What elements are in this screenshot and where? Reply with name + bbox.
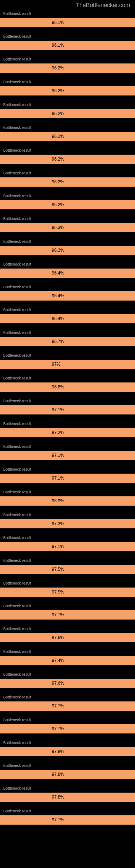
result-row: Bottleneck result97.1% [0, 535, 135, 551]
result-bar: 96.2% [0, 132, 135, 141]
result-bar: 97.8% [0, 793, 135, 802]
result-label: Bottleneck result [0, 171, 135, 177]
result-row: Bottleneck result97.4% [0, 649, 135, 665]
result-bar: 96.3% [0, 246, 135, 255]
result-value: 96.7% [0, 339, 64, 344]
brand-header: TheBottlenecker.com [0, 2, 135, 11]
result-value: 96.2% [0, 111, 64, 116]
result-label: Bottleneck result [0, 353, 135, 360]
result-value: 96.2% [0, 180, 64, 184]
result-row: Bottleneck result97.8% [0, 741, 135, 756]
result-label: Bottleneck result [0, 490, 135, 496]
result-bar: 97.2% [0, 428, 135, 437]
result-bar: 97.1% [0, 542, 135, 551]
result-value: 97.7% [0, 613, 64, 617]
result-bar: 96.2% [0, 63, 135, 73]
result-label: Bottleneck result [0, 627, 135, 633]
result-value: 97.1% [0, 453, 64, 458]
result-bar: 96.4% [0, 314, 135, 323]
result-label: Bottleneck result [0, 581, 135, 588]
result-value: 97.6% [0, 681, 64, 686]
result-label: Bottleneck result [0, 672, 135, 679]
result-label: Bottleneck result [0, 695, 135, 702]
result-row: Bottleneck result97% [0, 353, 135, 369]
result-bar: 97.8% [0, 747, 135, 756]
result-row: Bottleneck result96.8% [0, 376, 135, 392]
result-bar: 97.1% [0, 405, 135, 414]
result-value: 97.3% [0, 521, 64, 526]
result-value: 97.1% [0, 407, 64, 412]
result-value: 96.2% [0, 157, 64, 162]
result-value: 97.1% [0, 476, 64, 480]
result-label: Bottleneck result [0, 239, 135, 246]
result-value: 97.5% [0, 590, 64, 595]
result-label: Bottleneck result [0, 786, 135, 793]
result-value: 97.2% [0, 430, 64, 435]
result-row: Bottleneck result97.7% [0, 695, 135, 711]
result-row: Bottleneck result96.9% [0, 490, 135, 506]
result-row: Bottleneck result97.5% [0, 558, 135, 574]
result-bar: 97% [0, 360, 135, 369]
result-bar: 96.2% [0, 109, 135, 118]
result-row: Bottleneck result97.6% [0, 672, 135, 688]
result-row: Bottleneck result97.1% [0, 399, 135, 414]
result-label: Bottleneck result [0, 558, 135, 565]
result-row: Bottleneck result97.2% [0, 422, 135, 437]
result-label: Bottleneck result [0, 11, 135, 18]
result-row: Bottleneck result96.2% [0, 194, 135, 209]
result-row: Bottleneck result97.8% [0, 786, 135, 802]
result-label: Bottleneck result [0, 80, 135, 86]
result-row: Bottleneck result96.2% [0, 57, 135, 73]
result-bar: 96.4% [0, 269, 135, 278]
result-row: Bottleneck result97.8% [0, 763, 135, 779]
result-value: 96.2% [0, 134, 64, 139]
result-row: Bottleneck result97.7% [0, 718, 135, 734]
result-value: 96.4% [0, 293, 64, 299]
result-value: 97.7% [0, 726, 64, 731]
result-bar: 97.7% [0, 724, 135, 734]
result-value: 96.4% [0, 271, 64, 276]
result-label: Bottleneck result [0, 285, 135, 291]
result-bar: 97.5% [0, 588, 135, 597]
result-bar: 97.7% [0, 815, 135, 825]
result-bar: 97.8% [0, 770, 135, 779]
result-label: Bottleneck result [0, 604, 135, 610]
result-row: Bottleneck result96.1% [0, 11, 135, 27]
result-value: 96.8% [0, 384, 64, 390]
result-bar: 97.1% [0, 451, 135, 460]
result-value: 96.2% [0, 66, 64, 70]
result-value: 96.3% [0, 248, 64, 253]
result-bar: 97.6% [0, 679, 135, 688]
result-label: Bottleneck result [0, 216, 135, 223]
result-label: Bottleneck result [0, 34, 135, 41]
result-bar: 97.4% [0, 656, 135, 665]
result-bar: 96.2% [0, 200, 135, 209]
result-bar: 96.8% [0, 382, 135, 392]
result-row: Bottleneck result96.2% [0, 102, 135, 118]
result-label: Bottleneck result [0, 513, 135, 519]
result-row: Bottleneck result97.7% [0, 809, 135, 825]
result-bar: 97.7% [0, 610, 135, 620]
result-label: Bottleneck result [0, 809, 135, 815]
result-label: Bottleneck result [0, 376, 135, 382]
result-row: Bottleneck result97.5% [0, 581, 135, 597]
result-value: 97.5% [0, 567, 64, 572]
result-value: 96.2% [0, 88, 64, 93]
result-row: Bottleneck result96.1% [0, 34, 135, 50]
result-value: 96.1% [0, 43, 64, 48]
result-row: Bottleneck result96.4% [0, 308, 135, 323]
result-bar: 97.6% [0, 633, 135, 642]
result-row: Bottleneck result97.6% [0, 627, 135, 642]
result-bar: 96.9% [0, 496, 135, 506]
result-bar: 97.5% [0, 565, 135, 574]
result-label: Bottleneck result [0, 330, 135, 337]
result-label: Bottleneck result [0, 467, 135, 474]
result-label: Bottleneck result [0, 718, 135, 724]
result-label: Bottleneck result [0, 102, 135, 109]
result-value: 96.2% [0, 203, 64, 207]
result-row: Bottleneck result97.1% [0, 467, 135, 483]
result-bar: 96.7% [0, 337, 135, 346]
result-label: Bottleneck result [0, 125, 135, 132]
result-row: Bottleneck result96.2% [0, 148, 135, 164]
result-value: 96.1% [0, 20, 64, 25]
